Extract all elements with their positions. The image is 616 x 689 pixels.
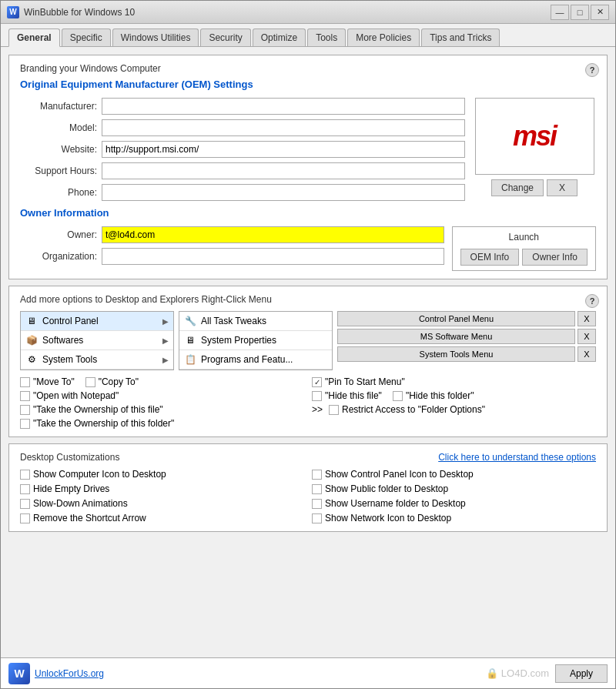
- slow-down-animations-checkbox[interactable]: [20, 499, 30, 509]
- support-hours-input[interactable]: [102, 162, 465, 179]
- system-tools-menu-row: System Tools Menu X: [337, 346, 596, 362]
- tab-specific[interactable]: Specific: [62, 28, 111, 46]
- x-button[interactable]: X: [547, 179, 578, 196]
- rc-system-properties[interactable]: 🖥 System Properties: [179, 331, 332, 350]
- website-label: Website:: [20, 144, 97, 155]
- owner-row: Owner:: [20, 226, 444, 243]
- take-ownership-file-item: "Take the Ownership of this file": [20, 404, 304, 415]
- rc-checkboxes: "Move To" "Copy To" "Pin To Start Menu" …: [20, 376, 596, 429]
- oem-help-icon[interactable]: ?: [585, 63, 599, 77]
- copy-to-checkbox[interactable]: [85, 377, 95, 387]
- show-control-panel-item: Show Control Panel Icon to Desktop: [312, 469, 596, 480]
- close-button[interactable]: ✕: [591, 5, 609, 20]
- rc-system-tools[interactable]: ⚙ System Tools ▶: [21, 350, 173, 370]
- oem-logo-box: msi: [475, 98, 594, 175]
- rc-all-task-tweaks[interactable]: 🔧 All Task Tweaks: [179, 312, 332, 331]
- title-bar-left: W WinBubble for Windows 10: [7, 6, 135, 18]
- apply-button[interactable]: Apply: [555, 664, 608, 683]
- control-panel-menu-button[interactable]: Control Panel Menu: [337, 311, 575, 326]
- tab-general[interactable]: General: [8, 28, 60, 47]
- show-computer-icon-checkbox[interactable]: [20, 470, 30, 480]
- model-row: Model:: [20, 119, 465, 136]
- owner-label: Owner:: [20, 229, 97, 240]
- minimize-button[interactable]: —: [551, 5, 569, 20]
- move-to-checkbox[interactable]: [20, 377, 30, 387]
- rc-all-task-label: All Task Tweaks: [201, 316, 327, 326]
- show-control-panel-checkbox[interactable]: [312, 470, 322, 480]
- show-public-folder-checkbox[interactable]: [312, 484, 322, 494]
- rc-buttons-right: Control Panel Menu X MS Software Menu X …: [337, 311, 596, 370]
- rc-control-panel[interactable]: 🖥 Control Panel ▶: [21, 312, 173, 331]
- desktop-header-label: Desktop Customizations: [20, 452, 119, 463]
- app-icon: W: [7, 6, 19, 18]
- change-button[interactable]: Change: [491, 179, 544, 196]
- tab-security[interactable]: Security: [200, 28, 250, 46]
- rightclick-header: Add more options to Desktop and Explorer…: [20, 294, 596, 305]
- phone-input[interactable]: [102, 184, 465, 201]
- hide-empty-drives-item: Hide Empty Drives: [20, 483, 304, 494]
- model-input[interactable]: [102, 119, 465, 136]
- owner-input[interactable]: [102, 226, 444, 243]
- rc-system-tools-arrow-icon: ▶: [162, 356, 169, 364]
- take-ownership-folder-label: "Take the Ownership of this folder": [33, 418, 174, 429]
- control-panel-menu-row: Control Panel Menu X: [337, 311, 596, 326]
- remove-shortcut-arrow-label: Remove the Shortcut Arrow: [33, 513, 146, 523]
- pin-start-checkbox[interactable]: [312, 377, 322, 387]
- show-username-folder-checkbox[interactable]: [312, 499, 322, 509]
- organization-input[interactable]: [102, 248, 444, 265]
- pin-start-label: "Pin To Start Menu": [325, 376, 405, 387]
- tab-more-policies[interactable]: More Policies: [347, 28, 420, 46]
- take-ownership-folder-checkbox[interactable]: [20, 419, 30, 429]
- tab-windows-utilities[interactable]: Windows Utilities: [112, 28, 199, 46]
- launch-box: Launch OEM Info Owner Info: [452, 226, 596, 271]
- hide-file-checkbox-item: "Hide this file" "Hide this folder": [312, 390, 596, 401]
- open-notepad-checkbox[interactable]: [20, 391, 30, 401]
- softwares-icon: 📦: [25, 334, 38, 346]
- owner-info-button[interactable]: Owner Info: [522, 249, 588, 266]
- take-ownership-file-checkbox[interactable]: [20, 405, 30, 415]
- restrict-access-checkbox[interactable]: [329, 405, 339, 415]
- support-hours-label: Support Hours:: [20, 166, 97, 176]
- show-control-panel-label: Show Control Panel Icon to Desktop: [325, 469, 474, 480]
- rc-softwares[interactable]: 📦 Softwares ▶: [21, 331, 173, 350]
- system-tools-x-button[interactable]: X: [578, 346, 596, 362]
- hide-folder-checkbox[interactable]: [393, 391, 403, 401]
- hide-file-checkbox[interactable]: [312, 391, 322, 401]
- tab-optimize[interactable]: Optimize: [253, 28, 306, 46]
- lo4d-watermark: 🔒 LO4D.com: [486, 667, 549, 679]
- show-public-folder-item: Show Public folder to Desktop: [312, 483, 596, 494]
- rightclick-help-icon[interactable]: ?: [585, 294, 599, 308]
- hide-file-label: "Hide this file": [325, 390, 382, 401]
- hide-empty-drives-checkbox[interactable]: [20, 484, 30, 494]
- main-window: W WinBubble for Windows 10 — □ ✕ General…: [0, 0, 616, 689]
- footer-left: W UnlockForUs.org: [8, 663, 104, 684]
- show-network-icon-checkbox[interactable]: [312, 513, 322, 523]
- maximize-button[interactable]: □: [571, 5, 589, 20]
- oem-section: ? Branding your Windows Computer Origina…: [8, 55, 608, 279]
- rc-programs-label: Programs and Featu...: [201, 354, 327, 365]
- desktop-checkboxes-grid: Show Computer Icon to Desktop Show Contr…: [20, 469, 596, 523]
- rc-programs-features[interactable]: 📋 Programs and Featu...: [179, 350, 332, 370]
- take-ownership-folder-item: "Take the Ownership of this folder": [20, 418, 304, 429]
- move-to-label: "Move To": [33, 376, 75, 387]
- restrict-access-label: Restrict Access to "Folder Options": [342, 404, 485, 415]
- ms-software-menu-button[interactable]: MS Software Menu: [337, 329, 575, 344]
- desktop-understand-link[interactable]: Click here to understand these options: [438, 452, 596, 463]
- hide-empty-drives-label: Hide Empty Drives: [33, 483, 109, 494]
- show-username-folder-item: Show Username folder to Desktop: [312, 498, 596, 509]
- control-panel-x-button[interactable]: X: [578, 311, 596, 326]
- tab-tips-and-tricks[interactable]: Tips and Tricks: [421, 28, 500, 46]
- footer-link[interactable]: UnlockForUs.org: [35, 668, 104, 679]
- tab-tools[interactable]: Tools: [307, 28, 346, 46]
- organization-row: Organization:: [20, 248, 444, 265]
- desktop-section: Desktop Customizations Click here to und…: [8, 443, 608, 532]
- show-network-icon-item: Show Network Icon to Desktop: [312, 513, 596, 523]
- take-ownership-file-label: "Take the Ownership of this file": [33, 404, 163, 415]
- manufacturer-input[interactable]: [102, 98, 465, 115]
- oem-info-button[interactable]: OEM Info: [460, 249, 520, 266]
- ms-software-x-button[interactable]: X: [578, 329, 596, 344]
- show-public-folder-label: Show Public folder to Desktop: [325, 483, 448, 494]
- website-input[interactable]: [102, 141, 465, 158]
- system-tools-menu-button[interactable]: System Tools Menu: [337, 346, 575, 362]
- remove-shortcut-arrow-checkbox[interactable]: [20, 513, 30, 523]
